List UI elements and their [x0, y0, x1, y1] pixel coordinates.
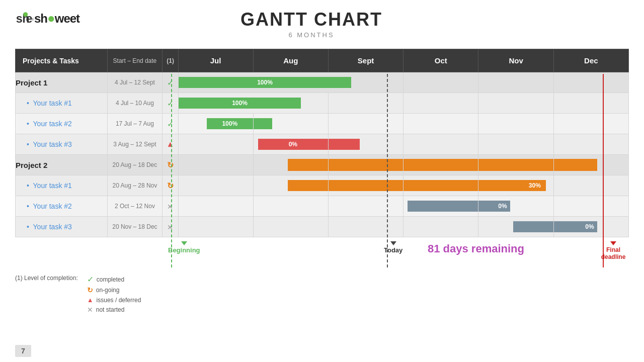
cell-p2-oct — [404, 155, 478, 175]
bar-t2-1d: 30% — [478, 180, 545, 191]
table-row: • Your task #1 20 Aug – 28 Nov ↻ — [16, 175, 629, 196]
bar-t2-2b: 0% — [478, 201, 510, 212]
task-name-t2-3: • Your task #3 — [16, 217, 108, 237]
svg-text:eet: eet — [26, 12, 33, 25]
cell-t2-1-jul — [178, 175, 253, 196]
bar-t2-3b: 0% — [554, 221, 597, 232]
cell-p2-jul — [178, 155, 253, 175]
task-label[interactable]: Your task #2 — [33, 120, 72, 128]
cell-t2-1-sept — [328, 175, 403, 196]
bar-p2e — [554, 159, 597, 171]
task-label[interactable]: Your task #2 — [33, 202, 72, 210]
col-header-oct: Oct — [404, 49, 478, 72]
task-label[interactable]: Your task #1 — [33, 182, 72, 190]
cell-t2-3-aug — [253, 217, 328, 237]
task-name-t2-1: • Your task #1 — [16, 175, 108, 196]
task-status-t2-3: ✕ — [163, 217, 178, 237]
task-name-t1-3: • Your task #3 — [16, 134, 108, 155]
legend-items: ✓ completed ↻ on-going ▲ issues / deferr… — [87, 275, 141, 314]
table-row: Project 1 4 Jul – 12 Sept ✓ 100% — [16, 72, 629, 93]
task-name-t1-1: • Your task #1 — [16, 93, 108, 114]
table-row: • Your task #3 3 Aug – 12 Sept ▲ 0% — [16, 134, 629, 155]
task-name-p1: Project 1 — [16, 72, 108, 93]
bar-p2c — [404, 159, 478, 171]
cell-t2-1-oct — [404, 175, 478, 196]
cell-t2-1-nov: 30% — [478, 175, 553, 196]
cell-t1-1-nov — [478, 93, 553, 114]
bar-t1-2b — [254, 118, 272, 129]
chart-container: Projects & Tasks Start – End date (1) Ju… — [15, 49, 629, 237]
legend-item-issues: ▲ issues / deferred — [87, 296, 141, 304]
legend-item-completed: ✓ completed — [87, 275, 141, 284]
col-header-dec: Dec — [553, 49, 628, 72]
task-status-p2: ↻ — [163, 155, 178, 175]
cell-t1-1-sept — [328, 93, 403, 114]
table-row: • Your task #1 4 Jul – 10 Aug ✓ 100% — [16, 93, 629, 114]
cell-p2-sept — [328, 155, 403, 175]
check-icon: ✓ — [87, 275, 94, 284]
annotation-row: Beginning Today 81 days remaining Final … — [15, 241, 629, 266]
gantt-table: Projects & Tasks Start – End date (1) Ju… — [15, 49, 629, 237]
final-deadline-label: Final deadline — [598, 246, 629, 261]
legend-label-completed: completed — [97, 276, 124, 283]
check-icon: ✓ — [167, 78, 174, 87]
bar-label: 100% — [257, 79, 273, 86]
task-name-p2: Project 2 — [16, 155, 108, 175]
legend-label-notstarted: not started — [96, 306, 125, 313]
check-icon: ✓ — [167, 99, 174, 108]
task-status-p1: ✓ — [163, 72, 178, 93]
cell-t1-3-aug: 0% — [253, 134, 328, 155]
bar-label: 30% — [529, 182, 541, 189]
cell-t1-2-dec — [553, 114, 628, 134]
col-header-sept: Sept — [328, 49, 403, 72]
cell-t2-2-sept — [328, 196, 403, 217]
task-date-t1-1: 4 Jul – 10 Aug — [107, 93, 163, 114]
cell-t2-2-dec — [553, 196, 628, 217]
task-label[interactable]: Your task #1 — [33, 99, 72, 107]
cell-t1-3-nov — [478, 134, 553, 155]
bar-label: 0% — [498, 203, 507, 210]
cell-p2-dec — [553, 155, 628, 175]
legend-title: (1) Level of completion: — [15, 275, 78, 282]
task-status-t1-1: ✓ — [163, 93, 178, 114]
col-header-nov: Nov — [478, 49, 553, 72]
cell-t2-3-dec: 0% — [553, 217, 628, 237]
cell-t1-2-aug — [253, 114, 328, 134]
bar-p2b — [329, 159, 403, 171]
check-icon: ✓ — [167, 120, 174, 128]
bar-p2d — [478, 159, 553, 171]
bar-p2 — [288, 159, 328, 171]
table-row: • Your task #2 17 Jul – 7 Aug ✓ 100% — [16, 114, 629, 134]
arrow-deadline — [610, 241, 616, 245]
task-date-t2-2: 2 Oct – 12 Nov — [107, 196, 163, 217]
task-date-t2-3: 20 Nov – 18 Dec — [107, 217, 163, 237]
header: sh eet sh●weet Gantt Chart 6 Months — [0, 0, 644, 44]
cell-t1-3-jul — [178, 134, 253, 155]
final-deadline-annotation: Final deadline — [598, 241, 629, 261]
task-label[interactable]: Your task #3 — [33, 140, 72, 148]
main-title: Gantt Chart — [240, 9, 382, 30]
task-date-t2-1: 20 Aug – 28 Nov — [107, 175, 163, 196]
bar-t2-3 — [513, 221, 553, 232]
task-status-t2-2: ✕ — [163, 196, 178, 217]
cell-t2-3-nov — [478, 217, 553, 237]
warning-icon: ▲ — [166, 140, 174, 148]
task-name-t2-2: • Your task #2 — [16, 196, 108, 217]
task-status-t2-1: ↻ — [163, 175, 178, 196]
task-label[interactable]: Your task #3 — [33, 223, 72, 231]
beginning-annotation: Beginning — [168, 241, 200, 254]
bar-t1-1: 100% — [179, 98, 301, 109]
legend-label-ongoing: on-going — [96, 287, 120, 294]
arrow-today — [390, 241, 396, 245]
cell-t1-2-nov — [478, 114, 553, 134]
page-number: 7 — [15, 345, 31, 357]
task-date-p2: 20 Aug – 18 Dec — [107, 155, 163, 175]
cell-t2-3-oct — [404, 217, 478, 237]
ongoing-icon: ↻ — [87, 286, 93, 294]
bar-label: 100% — [222, 120, 237, 127]
cell-t2-2-jul — [178, 196, 253, 217]
x-icon: ✕ — [167, 223, 173, 231]
beginning-label: Beginning — [168, 246, 200, 254]
bar-t2-2 — [408, 201, 478, 212]
title-block: Gantt Chart 6 Months — [240, 9, 382, 39]
